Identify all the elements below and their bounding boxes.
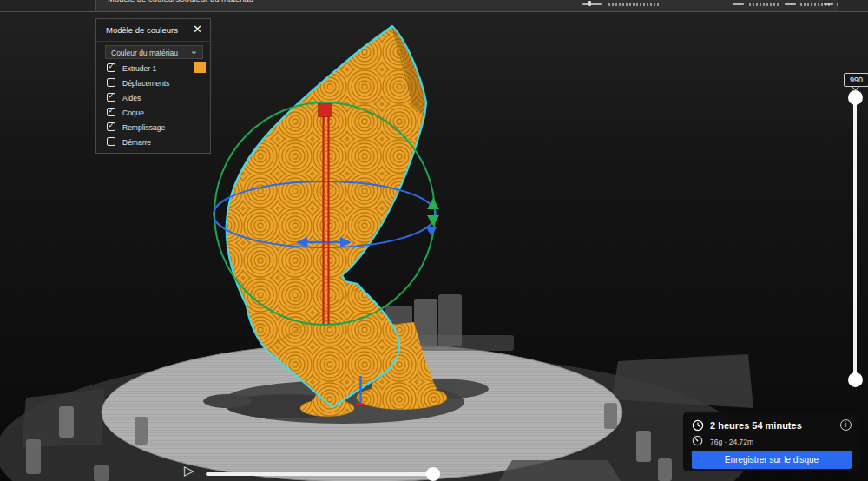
- list-item-infill[interactable]: ✓ Remplissage: [96, 120, 212, 135]
- checkbox[interactable]: ✓: [107, 122, 115, 131]
- visibility-list: ✓ Extruder 1 Déplacements ✓ Aides ✓ Coqu…: [96, 61, 212, 149]
- list-item-travels[interactable]: Déplacements: [96, 76, 212, 90]
- close-icon[interactable]: ✕: [193, 23, 202, 36]
- checkbox[interactable]: ✓: [107, 63, 115, 72]
- layer-slider-handle-bottom[interactable]: [848, 372, 863, 387]
- list-item-shell[interactable]: ✓ Coque: [96, 105, 212, 120]
- toolbar-item-cutoff[interactable]: [608, 3, 661, 6]
- checkbox[interactable]: [107, 78, 115, 87]
- chevron-down-icon: ⌄: [190, 45, 198, 56]
- dots-icon[interactable]: [824, 3, 833, 5]
- clock-icon: [692, 419, 704, 432]
- top-toolbar-mid: Modèle de couleurs Couleur du matériau: [95, 0, 839, 11]
- list-item-starts[interactable]: Démarre: [96, 135, 212, 149]
- color-scheme-dropdown[interactable]: Couleur du matériau ⌄: [105, 45, 203, 59]
- list-item-helpers[interactable]: ✓ Aides: [96, 90, 212, 105]
- material-usage: 76g · 24.72m: [710, 438, 753, 446]
- toolbar-clipped-label-2: Couleur du matériau: [179, 0, 253, 3]
- dropdown-value: Couleur du matériau: [111, 49, 178, 57]
- top-toolbar: Modèle de couleurs Couleur du matériau: [0, 0, 868, 12]
- list-item-extruder1[interactable]: ✓ Extruder 1: [96, 61, 212, 76]
- top-toolbar-right: [838, 0, 868, 11]
- slicer-preview-window: Modèle de couleurs Couleur du matériau M…: [0, 0, 868, 481]
- checkbox[interactable]: [107, 137, 115, 146]
- print-time: 2 heures 54 minutes: [710, 420, 802, 431]
- eye-icon[interactable]: [733, 3, 744, 5]
- extruder-color-swatch[interactable]: [194, 62, 206, 73]
- layers-icon[interactable]: [785, 3, 796, 5]
- layer-slider-handle-top[interactable]: [848, 90, 863, 105]
- save-to-disk-button[interactable]: Enregistrer sur le disque: [692, 451, 852, 469]
- color-scheme-panel: Modèle de couleurs ✕ Couleur du matériau…: [95, 18, 211, 154]
- checkbox[interactable]: ✓: [107, 108, 115, 116]
- print-summary-card: 2 heures 54 minutes i 76g · 24.72m Enreg…: [683, 412, 860, 471]
- simulation-slider-handle[interactable]: [426, 467, 440, 481]
- layer-value-badge: 990: [844, 73, 868, 87]
- panel-title: Modèle de couleurs: [106, 25, 178, 35]
- tune-slider-icon[interactable]: [582, 3, 602, 5]
- simulation-slider-track[interactable]: [206, 472, 438, 476]
- toolbar-item-cutoff[interactable]: [749, 3, 780, 6]
- toolbar-clipped-label-1: Modèle de couleurs: [108, 0, 180, 3]
- info-icon[interactable]: i: [840, 419, 852, 431]
- gauge-icon: [692, 435, 703, 446]
- tune-slider-knob: [588, 1, 591, 6]
- play-icon[interactable]: ▷: [184, 463, 194, 478]
- gizmo-handle-red[interactable]: [319, 104, 332, 117]
- layer-slider-track[interactable]: [853, 97, 857, 379]
- panel-title-row: Modèle de couleurs ✕: [96, 19, 210, 42]
- checkbox[interactable]: ✓: [107, 93, 115, 102]
